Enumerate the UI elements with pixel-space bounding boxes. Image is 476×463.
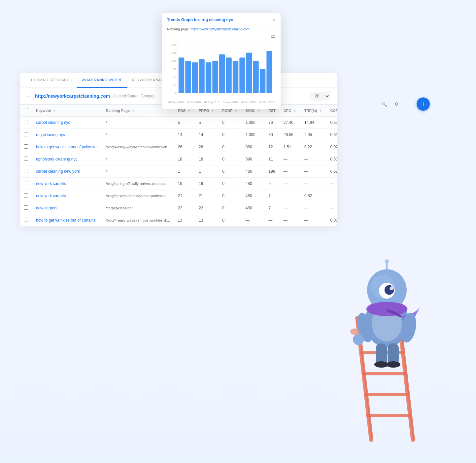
est-8: — <box>264 214 279 227</box>
select-all-checkbox[interactable] <box>24 108 28 112</box>
comp-8: 0.06 <box>326 214 337 227</box>
podf-2: 0 <box>218 141 242 153</box>
tab-ultimate-research[interactable]: ULTIMATE RESEARCH <box>26 73 77 88</box>
table-row: carpet cleaning new york / 1 1 0 480 199… <box>20 165 337 178</box>
page-link-2: /blog/4-easy-ways-remove-wrinkles-dr... <box>102 141 174 153</box>
table-row: rug cleaning nyc / 14 14 0 1,300 30 26.5… <box>20 129 337 141</box>
cpc-3: — <box>280 153 300 165</box>
row-checkbox-0[interactable] <box>24 120 28 124</box>
col-trf[interactable]: TRF(%) ▼ <box>300 105 326 117</box>
col-comp[interactable]: COMP ▼ <box>326 105 337 117</box>
keyword-link-5[interactable]: new york carpets <box>36 181 66 186</box>
table-row: upholstery cleaning nyc / 18 18 0 590 11… <box>20 153 337 165</box>
ranking-url-link[interactable]: https://www.newyorkcarpetcleaning.com/ <box>191 27 251 31</box>
pos-1: 14 <box>174 129 195 141</box>
search-button[interactable]: 🔍 <box>379 99 389 109</box>
bar-10 <box>246 53 252 93</box>
svg-point-41 <box>385 260 389 264</box>
pos-4: 1 <box>174 165 195 178</box>
pos-5: 19 <box>174 178 195 190</box>
keyword-link-3[interactable]: upholstery cleaning nyc <box>36 157 77 161</box>
svol-6: 480 <box>242 190 265 202</box>
svg-text:1250: 1250 <box>171 52 177 54</box>
bar-5 <box>212 61 218 93</box>
cpc-8: — <box>280 214 300 227</box>
comp-6: — <box>326 190 337 202</box>
svg-text:1500: 1500 <box>171 44 177 46</box>
keyword-link-8[interactable]: how to get wrinkles out of curtains <box>36 218 96 223</box>
svol-2: 880 <box>242 141 265 153</box>
est-7: 7 <box>264 202 279 214</box>
comp-1: 0.69 <box>326 129 337 141</box>
trends-title: Trends Graph for: rug cleaning nyc <box>167 18 233 22</box>
row-checkbox-8[interactable] <box>24 218 28 222</box>
svol-8: — <box>242 214 265 227</box>
bar-1 <box>185 61 191 93</box>
keyword-link-6[interactable]: new york carpets <box>36 194 66 198</box>
svol-1: 1,300 <box>242 129 265 141</box>
trf-6: 0.82 <box>300 190 326 202</box>
row-checkbox-6[interactable] <box>24 193 28 197</box>
bar-2 <box>192 62 198 93</box>
add-button[interactable]: + <box>417 97 430 111</box>
site-url[interactable]: http://newyorkcarpetcleaning.com <box>35 93 110 99</box>
keyword-link-4[interactable]: carpet cleaning new york <box>36 169 80 174</box>
trf-0: 14.84 <box>300 117 326 129</box>
comp-7: — <box>326 202 337 214</box>
trf-7: — <box>300 202 326 214</box>
trends-keyword: rug cleaning nyc <box>202 18 233 22</box>
cpc-2: 1.51 <box>280 141 300 153</box>
row-checkbox-3[interactable] <box>24 157 28 161</box>
page-size-select[interactable]: 20 50 100 <box>311 92 330 100</box>
tab-what-ranks-where[interactable]: WHAT RANKS WHERE <box>77 73 127 88</box>
row-checkbox-7[interactable] <box>24 205 28 210</box>
podf-1: 0 <box>218 129 242 141</box>
table-row: how to get wrinkles out of curtains /blo… <box>20 214 337 227</box>
est-0: 76 <box>264 117 279 129</box>
keyword-link-7[interactable]: new carpets <box>36 206 57 210</box>
trends-title-prefix: Trends Graph for: <box>167 18 200 22</box>
prpo-4: 1 <box>195 165 218 178</box>
back-button[interactable]: ← <box>26 93 32 99</box>
row-checkbox-5[interactable] <box>24 181 28 185</box>
col-keyword[interactable]: Keyword ▼ <box>32 105 102 117</box>
more-button[interactable]: ⋮ <box>404 99 414 109</box>
bar-7 <box>226 57 231 93</box>
est-5: 9 <box>264 178 279 190</box>
settings-button[interactable]: ⚙ <box>391 99 401 109</box>
row-checkbox-4[interactable] <box>24 169 28 173</box>
pos-7: 22 <box>174 202 195 214</box>
svg-text:0: 0 <box>175 92 177 94</box>
row-checkbox-2[interactable] <box>24 144 28 149</box>
cpc-5: — <box>280 178 300 190</box>
keyword-link-2[interactable]: how to get wrinkles out of polyester <box>36 145 98 149</box>
trf-4: — <box>300 165 326 178</box>
comp-3: 0.53 <box>326 153 337 165</box>
trends-close-button[interactable]: × <box>273 17 275 22</box>
pos-8: 13 <box>174 214 195 227</box>
bar-4 <box>206 62 211 93</box>
prpo-5: 19 <box>195 178 218 190</box>
svg-point-34 <box>353 334 364 345</box>
keyword-link-1[interactable]: rug cleaning nyc <box>36 132 65 137</box>
col-cpc[interactable]: CPC ▼ <box>280 105 300 117</box>
keyword-link-0[interactable]: carpet cleaning nyc <box>36 120 70 125</box>
page-link-7: /carpet-cleaning/ <box>102 202 174 214</box>
pos-0: 5 <box>174 117 195 129</box>
row-checkbox-1[interactable] <box>24 132 28 136</box>
bar-0 <box>179 57 184 93</box>
page-link-0: / <box>102 117 174 129</box>
trf-5: — <box>300 178 326 190</box>
chart-menu-icon[interactable]: ☰ <box>271 35 275 40</box>
keywords-table-container: Keyword ▼ Ranking Page ▼ POS ▼ PRPO ▼ PO… <box>20 105 337 227</box>
trf-1: 2.05 <box>300 129 326 141</box>
podf-5: 0 <box>218 178 242 190</box>
page-link-1: / <box>102 129 174 141</box>
comp-5: — <box>326 178 337 190</box>
est-4: 199 <box>264 165 279 178</box>
est-1: 30 <box>264 129 279 141</box>
keywords-table: Keyword ▼ Ranking Page ▼ POS ▼ PRPO ▼ PO… <box>20 105 337 227</box>
table-row: new york carpets /blog/spring-officially… <box>20 178 337 190</box>
pos-6: 21 <box>174 190 195 202</box>
svg-point-31 <box>390 286 393 290</box>
